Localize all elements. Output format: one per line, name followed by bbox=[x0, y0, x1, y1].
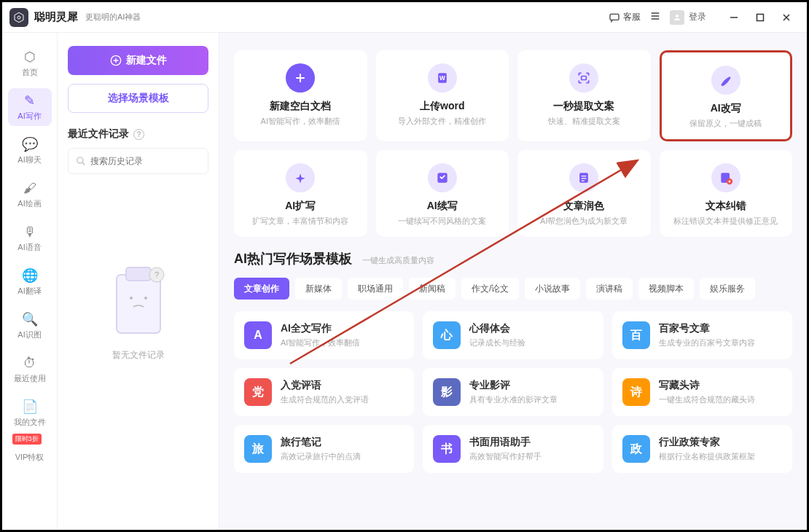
svg-rect-3 bbox=[757, 14, 764, 20]
tab-4[interactable]: 作文/论文 bbox=[461, 278, 519, 300]
tab-6[interactable]: 演讲稿 bbox=[586, 278, 633, 300]
card-title: AI改写 bbox=[711, 102, 741, 115]
template-card-8[interactable]: 政行业政策专家根据行业名称提供政策框架 bbox=[612, 425, 792, 473]
feature-card-expand[interactable]: AI扩写扩写文章，丰富情节和内容 bbox=[234, 150, 367, 237]
card-desc: 一键续写不同风格的文案 bbox=[398, 216, 486, 227]
avatar-icon bbox=[670, 10, 684, 25]
feature-card-plus[interactable]: 新建空白文档AI智能写作，效率翻倍 bbox=[234, 50, 367, 141]
template-cards-grid: AAI全文写作AI智能写作，效率翻倍心心得体会记录成长与经验百百家号文章生成专业… bbox=[234, 311, 792, 473]
nav-ai-voice[interactable]: 🎙AI语音 bbox=[8, 219, 52, 257]
tab-5[interactable]: 小说故事 bbox=[525, 278, 580, 300]
feather-icon: ✎ bbox=[24, 93, 35, 109]
card-title: AI扩写 bbox=[285, 200, 316, 213]
template-icon: 书 bbox=[433, 435, 461, 463]
feature-card-rewrite[interactable]: AI改写保留原义，一键成稿 bbox=[660, 50, 793, 141]
expand-icon bbox=[286, 163, 315, 192]
template-icon: A bbox=[244, 321, 272, 349]
nav-ai-translate[interactable]: 🌐AI翻译 bbox=[8, 263, 52, 301]
svg-text:?: ? bbox=[154, 270, 158, 279]
card-title: 文本纠错 bbox=[706, 200, 746, 213]
feature-card-continue[interactable]: AI续写一键续写不同风格的文案 bbox=[376, 150, 509, 237]
help-icon[interactable]: ? bbox=[133, 129, 144, 140]
template-title: 百家号文章 bbox=[659, 322, 755, 335]
template-card-7[interactable]: 书书面用语助手高效智能写作好帮手 bbox=[423, 425, 603, 473]
maximize-button[interactable] bbox=[747, 7, 773, 28]
nav-home[interactable]: ⬡首页 bbox=[8, 44, 52, 82]
search-input[interactable] bbox=[90, 156, 200, 166]
template-card-2[interactable]: 百百家号文章生成专业的百家号文章内容 bbox=[612, 311, 792, 359]
tab-2[interactable]: 职场通用 bbox=[348, 278, 403, 300]
extract-icon bbox=[569, 63, 598, 93]
card-desc: AI帮您润色为成为新文章 bbox=[540, 216, 628, 227]
nav-ai-writing[interactable]: ✎AI写作 bbox=[8, 88, 52, 126]
scan-icon: 🔍 bbox=[22, 311, 38, 327]
feature-card-extract[interactable]: 一秒提取文案快速、精准提取文案 bbox=[517, 50, 651, 141]
menu-button[interactable] bbox=[649, 10, 661, 25]
card-desc: 导入外部文件，精准创作 bbox=[398, 116, 486, 127]
card-title: 新建空白文档 bbox=[270, 100, 331, 113]
app-logo bbox=[9, 8, 28, 27]
svg-text:W: W bbox=[439, 74, 445, 82]
search-box[interactable] bbox=[68, 148, 208, 174]
feature-card-polish[interactable]: 文章润色AI帮您润色为成为新文章 bbox=[517, 150, 651, 237]
chat-icon bbox=[609, 12, 620, 23]
template-icon: 影 bbox=[433, 378, 461, 406]
card-desc: 扩写文章，丰富情节和内容 bbox=[252, 216, 348, 227]
template-title: 心得体会 bbox=[469, 322, 525, 335]
svg-point-0 bbox=[17, 16, 20, 19]
feature-card-correct[interactable]: 文本纠错标注错误文本并提供修正意见 bbox=[660, 150, 793, 237]
template-card-1[interactable]: 心心得体会记录成长与经验 bbox=[423, 311, 603, 359]
tab-7[interactable]: 视频脚本 bbox=[638, 278, 694, 300]
nav-vip[interactable]: 限时3折 VIP特权 bbox=[8, 438, 52, 476]
support-button[interactable]: 客服 bbox=[609, 11, 641, 23]
plus-icon bbox=[286, 63, 315, 93]
close-button[interactable] bbox=[773, 7, 800, 28]
feature-card-word[interactable]: W上传word导入外部文件，精准创作 bbox=[376, 50, 509, 141]
nav-recent[interactable]: ⏱最近使用 bbox=[8, 351, 52, 388]
template-card-5[interactable]: 诗写藏头诗一键生成符合规范的藏头诗 bbox=[612, 368, 792, 416]
tab-0[interactable]: 文章创作 bbox=[234, 278, 289, 300]
nav-my-files[interactable]: 📄我的文件 bbox=[8, 394, 52, 432]
template-icon: 党 bbox=[244, 378, 272, 406]
feature-cards-grid: 新建空白文档AI智能写作，效率翻倍W上传word导入外部文件，精准创作一秒提取文… bbox=[234, 50, 792, 237]
template-title: 书面用语助手 bbox=[469, 436, 542, 449]
nav-ai-chat[interactable]: 💬AI聊天 bbox=[8, 132, 52, 170]
template-card-0[interactable]: AAI全文写作AI智能写作，效率翻倍 bbox=[234, 311, 414, 359]
empty-text: 暂无文件记录 bbox=[112, 349, 165, 361]
section-title: AI热门写作场景模板 bbox=[234, 250, 352, 267]
template-title: AI全文写作 bbox=[281, 322, 360, 335]
template-tabs: 文章创作新媒体职场通用新闻稿作文/论文小说故事演讲稿视频脚本娱乐服务 bbox=[234, 278, 792, 300]
tab-8[interactable]: 娱乐服务 bbox=[700, 278, 755, 300]
tab-1[interactable]: 新媒体 bbox=[295, 278, 342, 300]
empty-files-state: ? 暂无文件记录 bbox=[68, 189, 208, 517]
svg-rect-1 bbox=[610, 14, 619, 20]
nav-ai-draw[interactable]: 🖌AI绘画 bbox=[8, 176, 52, 214]
hamburger-icon bbox=[649, 10, 661, 22]
file-icon: 📄 bbox=[22, 399, 38, 415]
nav-ai-image[interactable]: 🔍AI识图 bbox=[8, 307, 52, 345]
plus-icon bbox=[110, 55, 122, 66]
template-desc: 高效记录旅行中的点滴 bbox=[281, 451, 361, 462]
tab-3[interactable]: 新闻稿 bbox=[409, 278, 456, 300]
template-card-3[interactable]: 党入党评语生成符合规范的入党评语 bbox=[234, 368, 414, 416]
section-subtitle: 一键生成高质量内容 bbox=[362, 255, 434, 266]
vip-badge: 限时3折 bbox=[12, 434, 42, 445]
card-title: 文章润色 bbox=[563, 200, 604, 213]
card-title: AI续写 bbox=[427, 200, 458, 213]
svg-point-2 bbox=[676, 15, 679, 17]
template-card-6[interactable]: 旅旅行笔记高效记录旅行中的点滴 bbox=[234, 425, 414, 473]
template-card-4[interactable]: 影专业影评具有专业水准的影评文章 bbox=[423, 368, 603, 416]
new-file-button[interactable]: 新建文件 bbox=[68, 46, 208, 75]
search-icon bbox=[76, 156, 86, 166]
card-title: 上传word bbox=[420, 100, 464, 113]
login-button[interactable]: 登录 bbox=[670, 10, 706, 25]
recent-files-header: 最近文件记录 ? bbox=[68, 128, 208, 141]
clock-icon: ⏱ bbox=[23, 356, 36, 371]
chat-icon: 💬 bbox=[22, 136, 38, 152]
title-bar: 聪明灵犀 更聪明的AI神器 客服 登录 bbox=[2, 2, 807, 33]
choose-template-button[interactable]: 选择场景模板 bbox=[68, 84, 208, 113]
template-icon: 旅 bbox=[244, 435, 272, 463]
brush-icon: 🖌 bbox=[23, 181, 36, 196]
template-desc: 高效智能写作好帮手 bbox=[469, 451, 542, 462]
minimize-button[interactable] bbox=[721, 7, 747, 28]
